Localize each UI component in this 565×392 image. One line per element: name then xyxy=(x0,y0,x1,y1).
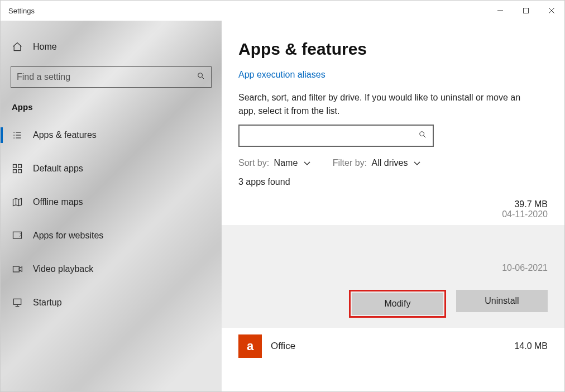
content-pane: Apps & features App execution aliases Se… xyxy=(222,21,564,391)
svg-rect-13 xyxy=(18,165,22,168)
app-list-item-office[interactable]: a Office 14.0 MB xyxy=(238,328,548,358)
nav-label: Default apps xyxy=(33,164,83,174)
filter-dropdown[interactable]: Filter by: All drives xyxy=(333,158,420,168)
nav-apps-features[interactable]: Apps & features xyxy=(1,118,222,152)
app-size: 39.7 MB xyxy=(502,199,548,209)
modify-button[interactable]: Modify xyxy=(352,293,443,315)
app-date: 10-06-2021 xyxy=(502,263,548,273)
highlight-annotation: Modify xyxy=(349,290,446,318)
svg-rect-15 xyxy=(18,170,22,173)
title-bar: Settings xyxy=(1,1,564,21)
uninstall-button[interactable]: Uninstall xyxy=(456,290,548,312)
map-icon xyxy=(12,197,23,208)
svg-rect-18 xyxy=(13,232,22,238)
app-search-input[interactable] xyxy=(245,131,418,141)
home-icon xyxy=(12,41,23,52)
sort-label: Sort by: xyxy=(238,158,269,168)
sidebar-search-input[interactable] xyxy=(17,72,197,82)
maximize-icon xyxy=(523,7,529,14)
settings-window: Settings Home Apps xyxy=(0,0,565,392)
page-heading: Apps & features xyxy=(238,40,548,59)
apps-found-count: 3 apps found xyxy=(238,177,548,187)
home-nav[interactable]: Home xyxy=(1,31,222,63)
section-title: Apps xyxy=(1,98,222,118)
description-text: Search, sort, and filter by drive. If yo… xyxy=(238,91,529,118)
app-search-box[interactable] xyxy=(238,125,434,147)
search-icon xyxy=(418,130,427,141)
svg-point-24 xyxy=(420,132,424,136)
search-icon xyxy=(197,71,205,83)
chevron-down-icon xyxy=(414,158,420,168)
minimize-button[interactable] xyxy=(487,1,513,21)
svg-line-5 xyxy=(202,77,204,79)
app-date: 04-11-2020 xyxy=(502,209,548,219)
svg-rect-14 xyxy=(13,170,17,173)
window-title: Settings xyxy=(1,7,35,15)
home-label: Home xyxy=(33,42,57,52)
app-execution-aliases-link[interactable]: App execution aliases xyxy=(238,70,548,80)
maximize-button[interactable] xyxy=(513,1,539,21)
nav-label: Startup xyxy=(33,298,62,308)
nav-label: Apps & features xyxy=(33,130,97,140)
video-icon xyxy=(12,264,23,275)
web-app-icon xyxy=(12,230,23,241)
app-list-item-selected[interactable]: 10-06-2021 Modify Uninstall xyxy=(222,225,564,328)
sort-dropdown[interactable]: Sort by: Name xyxy=(238,158,310,168)
defaults-icon xyxy=(12,163,23,174)
nav-offline-maps[interactable]: Offline maps xyxy=(1,185,222,219)
filter-value: All drives xyxy=(372,158,408,168)
svg-line-25 xyxy=(424,136,425,137)
nav-default-apps[interactable]: Default apps xyxy=(1,152,222,185)
filter-label: Filter by: xyxy=(333,158,367,168)
svg-rect-21 xyxy=(13,299,21,304)
svg-rect-19 xyxy=(13,266,20,272)
app-size: 14.0 MB xyxy=(514,341,548,351)
app-list-item[interactable]: 39.7 MB 04-11-2020 xyxy=(238,194,548,225)
svg-rect-1 xyxy=(524,8,529,13)
app-name: Office xyxy=(271,341,295,352)
nav-label: Apps for websites xyxy=(33,231,103,241)
list-icon xyxy=(12,130,23,141)
sidebar-search[interactable] xyxy=(11,66,212,88)
minimize-icon xyxy=(497,7,504,14)
svg-point-4 xyxy=(198,73,203,78)
startup-icon xyxy=(12,297,23,308)
nav-label: Video playback xyxy=(33,264,93,274)
svg-rect-12 xyxy=(13,165,17,168)
svg-marker-20 xyxy=(19,267,22,271)
chevron-down-icon xyxy=(304,158,310,168)
close-icon xyxy=(548,7,555,14)
nav-startup[interactable]: Startup xyxy=(1,286,222,319)
sidebar: Home Apps Apps & features Default apps O… xyxy=(1,21,222,391)
close-button[interactable] xyxy=(539,1,564,21)
nav-apps-websites[interactable]: Apps for websites xyxy=(1,219,222,252)
sort-value: Name xyxy=(274,158,298,168)
nav-video-playback[interactable]: Video playback xyxy=(1,252,222,286)
nav-label: Offline maps xyxy=(33,197,83,207)
office-icon: a xyxy=(238,334,262,358)
